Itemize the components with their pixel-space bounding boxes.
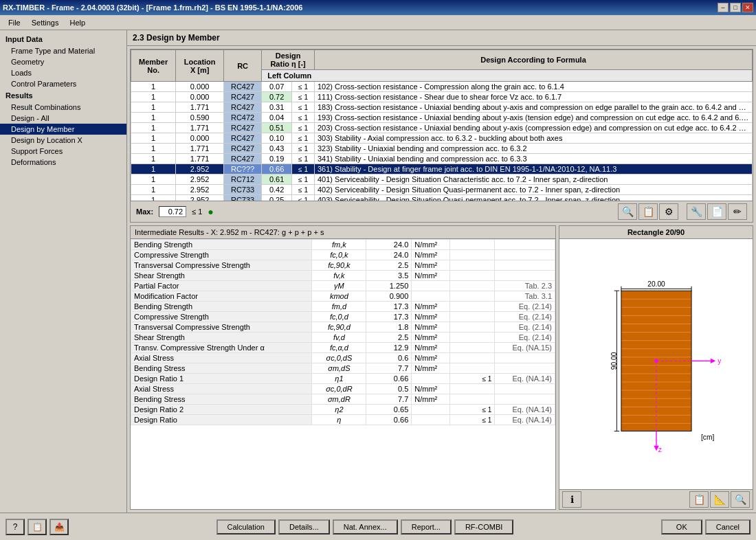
diagram-info-btn[interactable]: ℹ — [562, 491, 581, 508]
menu-help[interactable]: Help — [64, 17, 91, 28]
ir-le1-empty — [449, 394, 495, 405]
cancel-button[interactable]: Cancel — [705, 519, 751, 535]
ir-value: 17.3 — [366, 302, 412, 312]
diagram-btn-1[interactable]: 📋 — [689, 491, 709, 508]
sidebar-item-loads[interactable]: Loads — [0, 67, 126, 78]
menu-settings[interactable]: Settings — [26, 17, 65, 28]
sidebar-item-design-by-member[interactable]: Design by Member — [0, 124, 126, 135]
diagram-content: 20.00 — [559, 239, 753, 489]
ir-le1-empty — [449, 312, 495, 322]
toolbar-btn-2[interactable]: 📋 — [638, 203, 658, 220]
ir-label: Modification Factor — [131, 291, 312, 302]
table-row[interactable]: 1 1.771 RC427 0.31 ≤ 1 183) Cross-sectio… — [131, 102, 753, 113]
table-row[interactable]: 1 0.590 RC472 0.04 ≤ 1 193) Cross-sectio… — [131, 113, 753, 123]
footer-export-btn[interactable]: 📤 — [49, 519, 69, 535]
toolbar-btn-4[interactable]: 🔧 — [687, 203, 706, 220]
ir-symbol: σc,0,dS — [312, 353, 366, 363]
footer-right: OK Cancel — [661, 519, 751, 535]
footer: ? 📋 📤 Calculation Details... Nat. Annex.… — [0, 513, 756, 540]
left-column-label: Left Column — [262, 70, 753, 82]
col-header-location: LocationX [m] — [176, 50, 224, 82]
cell-le1: ≤ 1 — [292, 82, 315, 92]
nat-annex-button[interactable]: Nat. Annex... — [333, 519, 398, 535]
toolbar-btn-5[interactable]: 📄 — [707, 203, 726, 220]
sidebar-item-deformations[interactable]: Deformations — [0, 157, 126, 168]
table-row[interactable]: 1 2.952 RC733 0.25 ≤ 1 403) Serviceabili… — [131, 195, 753, 201]
table-row[interactable]: 1 0.000 RC427 0.72 ≤ 1 111) Cross-sectio… — [131, 92, 753, 102]
table-row[interactable]: 1 2.952 RC712 0.61 ≤ 1 401) Serviceabili… — [131, 175, 753, 185]
toolbar-btn-6[interactable]: ✏ — [728, 203, 747, 220]
ir-eq — [495, 384, 555, 394]
table-row[interactable]: 1 1.771 RC427 0.19 ≤ 1 341) Stability - … — [131, 154, 753, 164]
sidebar-item-design-all[interactable]: Design - All — [0, 113, 126, 124]
toolbar-btn-1[interactable]: 🔍 — [618, 203, 637, 220]
ir-eq: Eq. (NA.14) — [495, 405, 555, 415]
footer-left: ? 📋 📤 — [5, 519, 69, 535]
col-header-formula: Design According to Formula — [315, 50, 753, 70]
ir-eq: Eq. (NA.14) — [495, 374, 555, 384]
table-row[interactable]: 1 0.000 RC427 0.07 ≤ 1 102) Cross-sectio… — [131, 82, 753, 92]
sidebar-item-frame-type[interactable]: Frame Type and Material — [0, 45, 126, 56]
cell-ratio: 0.66 — [262, 164, 292, 175]
ir-unit: N/mm² — [412, 394, 449, 405]
minimize-button[interactable]: – — [718, 3, 729, 12]
footer-list-btn[interactable]: 📋 — [27, 519, 47, 535]
ir-label: Transversal Compressive Strength — [131, 260, 312, 271]
ir-le1-empty — [449, 343, 495, 353]
ir-symbol: fc,0,k — [312, 250, 366, 260]
details-button[interactable]: Details... — [278, 519, 330, 535]
cell-le1: ≤ 1 — [292, 113, 315, 123]
calculation-button[interactable]: Calculation — [216, 519, 276, 535]
sidebar-item-design-by-location[interactable]: Design by Location X — [0, 135, 126, 146]
table-row[interactable]: 1 1.771 RC427 0.43 ≤ 1 323) Stability - … — [131, 144, 753, 154]
input-section-header: Input Data — [0, 33, 126, 45]
ir-symbol: fv,k — [312, 271, 366, 281]
section-title: 2.3 Design by Member — [127, 30, 756, 46]
ir-scroll[interactable]: Bending Strength fm,k 24.0 N/mm² Compres… — [131, 239, 555, 509]
list-item: Axial Stress σc,0,dR 0.5 N/mm² — [131, 384, 555, 394]
table-row[interactable]: 1 1.771 RC427 0.51 ≤ 1 203) Cross-sectio… — [131, 123, 753, 133]
cell-location: 2.952 — [176, 164, 224, 175]
cell-le1: ≤ 1 — [292, 164, 315, 175]
ok-button[interactable]: OK — [661, 519, 702, 535]
cell-desc: 361) Stability - Design at finger frame … — [315, 164, 753, 175]
close-button[interactable]: ✕ — [742, 3, 753, 12]
rf-combi-button[interactable]: RF-COMBI — [454, 519, 513, 535]
diagram-btn-2[interactable]: 📐 — [710, 491, 729, 508]
ir-unit — [412, 415, 449, 425]
ir-value: 1.8 — [366, 322, 412, 333]
sidebar-item-support-forces[interactable]: Support Forces — [0, 146, 126, 157]
menu-bar: File Settings Help — [0, 15, 756, 30]
diagram-btn-3[interactable]: 🔍 — [731, 491, 750, 508]
cell-member: 1 — [131, 133, 176, 144]
design-table-scroll[interactable]: MemberNo. LocationX [m] RC DesignRatio η… — [131, 49, 753, 201]
cell-location: 0.000 — [176, 133, 224, 144]
ir-unit: N/mm² — [412, 260, 449, 271]
max-le1: ≤ 1 — [192, 207, 202, 216]
footer-help-btn[interactable]: ? — [5, 519, 25, 535]
cell-le1: ≤ 1 — [292, 133, 315, 144]
ir-eq: Eq. (NA.15) — [495, 343, 555, 353]
report-button[interactable]: Report... — [401, 519, 452, 535]
sidebar-item-geometry[interactable]: Geometry — [0, 56, 126, 67]
cell-ratio: 0.04 — [262, 113, 292, 123]
table-row[interactable]: 1 0.000 RC427 0.10 ≤ 1 303) Stability - … — [131, 133, 753, 144]
ir-symbol: γM — [312, 281, 366, 291]
maximize-button[interactable]: □ — [730, 3, 741, 12]
sidebar-item-result-combinations[interactable]: Result Combinations — [0, 102, 126, 113]
ir-eq: Eq. (2.14) — [495, 302, 555, 312]
cell-le1: ≤ 1 — [292, 102, 315, 113]
list-item: Bending Stress σm,dS 7.7 N/mm² — [131, 363, 555, 374]
ir-symbol: fc,0,d — [312, 312, 366, 322]
table-row[interactable]: 1 2.952 RC733 0.42 ≤ 1 402) Serviceabili… — [131, 185, 753, 195]
cell-le1: ≤ 1 — [292, 144, 315, 154]
diagram-footer: ℹ 📋 📐 🔍 — [559, 489, 753, 509]
ir-symbol: σc,0,dR — [312, 384, 366, 394]
cell-member: 1 — [131, 92, 176, 102]
toolbar-btn-3[interactable]: ⚙ — [659, 203, 678, 220]
table-row[interactable]: 1 2.952 RC??? 0.66 ≤ 1 361) Stability - … — [131, 164, 753, 175]
cell-member: 1 — [131, 185, 176, 195]
menu-file[interactable]: File — [3, 17, 26, 28]
cell-ratio: 0.07 — [262, 82, 292, 92]
sidebar-item-control-params[interactable]: Control Parameters — [0, 78, 126, 89]
